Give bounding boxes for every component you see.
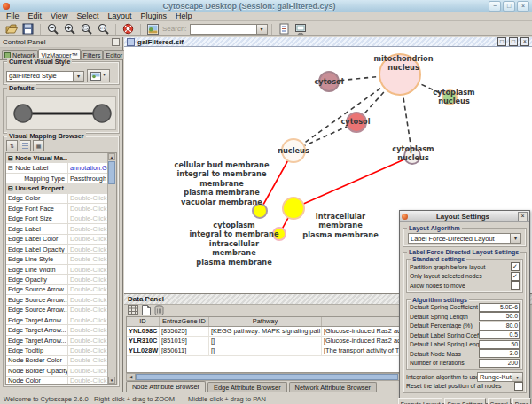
field-default-spring-length[interactable]: 50.0 bbox=[479, 312, 520, 321]
chevron-down-icon[interactable]: ▾ bbox=[256, 25, 267, 34]
minimize-icon[interactable]: − bbox=[489, 1, 501, 12]
zoom-selected-icon[interactable] bbox=[78, 22, 95, 35]
column-header-entrezgene-id[interactable]: EntrezGene ID bbox=[160, 317, 209, 326]
status-pan-hint: Middle-click + drag to PAN bbox=[188, 395, 266, 403]
menu-edit[interactable]: Edit bbox=[24, 12, 47, 20]
vmb-row[interactable]: Edge OpacityDouble-Click to cr... bbox=[6, 275, 108, 284]
sort-icon[interactable]: ⇅ bbox=[6, 140, 18, 152]
style-options-button[interactable]: ▾ bbox=[87, 69, 110, 82]
vmb-row[interactable]: Edge LabelDouble-Click to cr... bbox=[6, 224, 108, 234]
delete-attribute-icon[interactable] bbox=[154, 305, 164, 317]
vmb-row[interactable]: Edge Target Arrow...Double-Click to cr..… bbox=[6, 325, 108, 335]
legend-icon[interactable]: ▦ bbox=[33, 140, 44, 152]
frame-float-icon[interactable]: □ bbox=[497, 37, 506, 46]
new-attribute-icon[interactable] bbox=[142, 305, 151, 317]
cancel-button[interactable]: Cancel bbox=[488, 398, 511, 404]
zoom-out-icon[interactable] bbox=[44, 22, 61, 35]
checkbox-allow-nodes-to-move[interactable] bbox=[511, 281, 520, 290]
scroll-down-icon[interactable]: ▼ bbox=[108, 377, 115, 384]
reset-checkbox[interactable] bbox=[514, 382, 523, 391]
frame-close-icon[interactable]: × bbox=[520, 37, 529, 46]
visual-style-select[interactable]: galFiltered Style ▾ bbox=[6, 71, 84, 82]
scrollbar-thumb[interactable] bbox=[108, 161, 115, 184]
open-file-icon[interactable] bbox=[3, 22, 20, 35]
done-button[interactable]: Done bbox=[512, 398, 532, 404]
save-settings-button[interactable]: Save Settings bbox=[444, 398, 485, 404]
vmb-row[interactable]: Node Border ColorDouble-Click to cr... bbox=[6, 356, 108, 366]
vmb-row[interactable]: Edge Label ColorDouble-Click to cr... bbox=[6, 235, 108, 245]
vmb-row[interactable]: Edge Line StyleDouble-Click to cr... bbox=[6, 254, 108, 264]
tab-filters[interactable]: Filters bbox=[81, 50, 104, 59]
table-cell: [850611] bbox=[160, 346, 209, 355]
chevron-down-icon[interactable]: ▾ bbox=[73, 72, 83, 81]
zoom-fit-icon[interactable]: 1:1 bbox=[95, 22, 112, 35]
menu-layout[interactable]: Layout bbox=[103, 12, 136, 20]
field-default-spring-coefficient[interactable]: 5.0E-6 bbox=[479, 303, 520, 312]
vmb-row[interactable]: Edge Line WidthDouble-Click to cr... bbox=[6, 265, 108, 275]
field-default-label-spring-coefficient[interactable]: 0.5 bbox=[479, 330, 520, 339]
menu-view[interactable]: View bbox=[46, 12, 72, 20]
table-cell: YLR310C bbox=[127, 337, 160, 346]
close-icon[interactable]: × bbox=[517, 1, 529, 12]
vmb-row[interactable]: Edge Source Arrow...Double-Click to cr..… bbox=[6, 306, 108, 315]
vmb-row[interactable]: Edge ColorDouble-Click to cr... bbox=[6, 194, 108, 204]
field-default-percentage[interactable]: 80.0 bbox=[479, 322, 520, 330]
layout-algorithm-select[interactable]: Label Force-Directed Layout ▾ bbox=[408, 233, 521, 244]
vmb-row[interactable]: Edge Label OpacityDouble-Click to cr... bbox=[6, 245, 108, 254]
vmb-row[interactable]: Edge Target Arrow...Double-Click to cr..… bbox=[6, 315, 108, 325]
column-header-id[interactable]: ID bbox=[127, 317, 160, 326]
zoom-in-icon[interactable] bbox=[61, 22, 78, 35]
close-icon[interactable]: × bbox=[518, 212, 528, 221]
help-lifebuoy-icon[interactable] bbox=[120, 22, 137, 35]
float-panel-icon[interactable] bbox=[112, 38, 120, 46]
column-header-pathway[interactable]: Pathway bbox=[209, 317, 322, 326]
vmb-row[interactable]: Node ColorDouble-Click to cr... bbox=[6, 377, 108, 385]
vmb-row[interactable]: ⊟ Unused Propert... bbox=[6, 183, 108, 193]
search-input[interactable]: ▾ bbox=[190, 24, 268, 35]
vmb-row-value: Passthrough Mappi... bbox=[68, 175, 108, 183]
scroll-left-icon[interactable]: ◀ bbox=[127, 374, 136, 380]
vmb-scrollbar[interactable]: ▲ ▼ bbox=[107, 153, 116, 384]
menu-file[interactable]: File bbox=[2, 12, 24, 20]
node-membrane-node-2[interactable] bbox=[283, 198, 304, 219]
menu-select[interactable]: Select bbox=[72, 12, 103, 20]
svg-text:1:1: 1:1 bbox=[99, 26, 106, 30]
field-default-node-mass[interactable]: 3.0 bbox=[479, 349, 520, 358]
control-panel-header: Control Panel bbox=[0, 37, 122, 48]
integration-select[interactable]: Runge-Kutta ▾ bbox=[477, 372, 523, 382]
defaults-preview[interactable] bbox=[6, 96, 116, 130]
checkbox-partition-graph-before-layout[interactable]: ✓ bbox=[511, 262, 520, 271]
field-default-label-spring-length[interactable]: 50 bbox=[479, 340, 520, 349]
checkbox-label: Only layout selected nodes bbox=[410, 273, 511, 279]
scroll-up-icon[interactable]: ▲ bbox=[108, 153, 115, 160]
vmb-row[interactable]: Mapping TypePassthrough Mappi... bbox=[6, 174, 108, 183]
vmb-row[interactable]: Edge Font FaceDouble-Click to cr... bbox=[6, 204, 108, 214]
snapshot-icon[interactable] bbox=[293, 22, 309, 35]
vmb-row[interactable]: ⊟ Node Labelannotation.GO CEL... bbox=[6, 163, 108, 173]
checkbox-label: Partition graph before layout bbox=[410, 264, 511, 270]
maximize-icon[interactable]: □ bbox=[503, 1, 515, 12]
menu-help[interactable]: Help bbox=[171, 12, 197, 20]
list-view-icon[interactable] bbox=[20, 140, 31, 152]
vmb-row[interactable]: Edge Font SizeDouble-Click to cr... bbox=[6, 214, 108, 224]
tab-editor[interactable]: Editor bbox=[103, 50, 125, 59]
chevron-down-icon[interactable]: ▾ bbox=[510, 234, 520, 243]
vmb-row[interactable]: Edge Target Arrow...Double-Click to cr..… bbox=[6, 336, 108, 346]
select-attributes-icon[interactable] bbox=[128, 305, 138, 316]
network-edge[interactable] bbox=[293, 156, 412, 208]
vmb-row[interactable]: Node Border OpacityDouble-Click to cr... bbox=[6, 366, 108, 376]
vizmapper-image-icon[interactable] bbox=[145, 22, 161, 35]
frame-maximize-icon[interactable]: □ bbox=[509, 37, 518, 46]
attribute-browser-icon[interactable] bbox=[276, 22, 293, 35]
menu-plugins[interactable]: Plugins bbox=[136, 12, 171, 20]
field-number-of-iterations[interactable]: 200 bbox=[479, 359, 520, 368]
execute-layout-button[interactable]: Execute Layout bbox=[398, 398, 443, 404]
vmb-row[interactable]: Edge Source Arrow...Double-Click to cr..… bbox=[6, 295, 108, 305]
chevron-down-icon[interactable]: ▾ bbox=[512, 373, 522, 381]
scrollbar-thumb[interactable] bbox=[136, 374, 398, 380]
checkbox-only-layout-selected-nodes[interactable]: ✓ bbox=[511, 272, 520, 281]
vmb-row[interactable]: Edge Source Arrow...Double-Click to cr..… bbox=[6, 285, 108, 295]
vmb-row[interactable]: Edge TooltipDouble-Click to cr... bbox=[6, 346, 108, 355]
vmb-row[interactable]: ⊟ Node Visual Ma... bbox=[6, 153, 108, 163]
save-icon[interactable] bbox=[20, 22, 36, 35]
